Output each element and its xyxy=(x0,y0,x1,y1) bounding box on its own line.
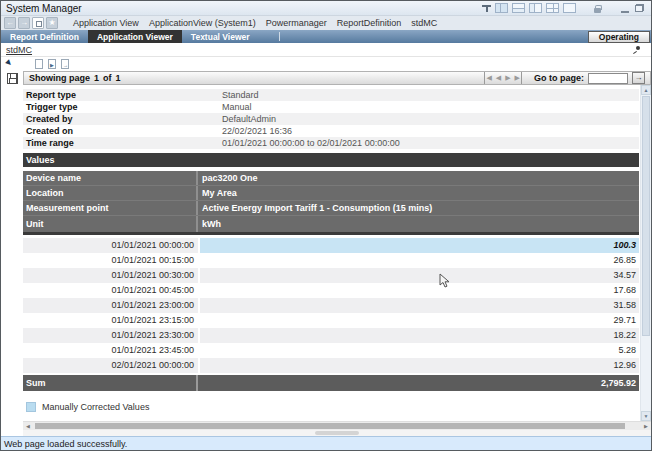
back-arrow-icon[interactable]: ← xyxy=(4,17,16,29)
table-row: 01/01/2021 00:00:00 100.3 xyxy=(23,238,639,253)
timestamp-cell: 01/01/2021 00:30:00 xyxy=(23,268,198,283)
tab-bar: Report Definition Application Viewer Tex… xyxy=(1,30,651,43)
breadcrumb-item-reportdefinition[interactable]: ReportDefinition xyxy=(337,18,402,28)
scroll-up-icon[interactable]: ▲ xyxy=(641,85,651,95)
report-info-row: Report type Standard xyxy=(23,89,639,101)
scroll-left-icon[interactable]: ◀ xyxy=(23,422,33,430)
main-region: Showing page 1 of 1 ◀ ◀ ▶ ▶ Go to page: … xyxy=(1,71,651,436)
operating-button[interactable]: Operating xyxy=(588,31,650,43)
tab-application-viewer[interactable]: Application Viewer xyxy=(88,30,182,43)
info-label: Time range xyxy=(23,138,222,148)
next-page-icon[interactable]: ▶ xyxy=(505,72,510,84)
breadcrumb-item-powermanager[interactable]: Powermanager xyxy=(266,18,327,28)
splitter-bar xyxy=(23,430,651,436)
breadcrumb-item-stdmc[interactable]: stdMC xyxy=(411,18,437,28)
info-value: Standard xyxy=(222,90,259,100)
meta-row: Device name pac3200 One xyxy=(23,171,639,186)
total-pages-number: 1 xyxy=(116,73,121,83)
meta-row: Location My Area xyxy=(23,186,639,201)
manually-corrected-swatch xyxy=(26,402,36,412)
timestamp-cell: 01/01/2021 00:15:00 xyxy=(23,253,198,268)
layout-bottom-panel-icon[interactable] xyxy=(512,3,525,13)
status-message: Web page loaded successfully. xyxy=(4,439,127,449)
meta-value: My Area xyxy=(198,186,237,200)
value-cell-manually-corrected[interactable]: 100.3 xyxy=(200,238,639,253)
toolbar-page-icons: ▶ → xyxy=(35,59,69,69)
table-row: 01/01/2021 00:45:00 17.68 xyxy=(23,283,639,298)
scroll-down-icon[interactable]: ▼ xyxy=(641,411,651,421)
document-title[interactable]: stdMC xyxy=(6,45,32,55)
page-export-glyph: → xyxy=(63,62,68,68)
lock-icon[interactable] xyxy=(594,8,601,13)
titlebar-controls xyxy=(482,3,646,13)
splitter-handle[interactable] xyxy=(315,431,359,435)
info-label: Created by xyxy=(23,114,222,124)
tab-report-definition[interactable]: Report Definition xyxy=(1,30,88,43)
vertical-scroll-track[interactable] xyxy=(641,95,651,411)
last-page-icon[interactable]: ▶ xyxy=(515,72,522,84)
horizontal-scroll-thumb[interactable] xyxy=(35,423,625,429)
restore-icon[interactable] xyxy=(635,4,644,12)
value-cell[interactable]: 29.71 xyxy=(200,313,639,328)
meta-value: pac3200 One xyxy=(198,171,258,185)
meta-label: Unit xyxy=(23,216,198,232)
tab-textual-viewer[interactable]: Textual Viewer xyxy=(182,30,259,43)
minimize-icon[interactable] xyxy=(621,11,629,13)
left-gutter xyxy=(1,71,23,436)
first-page-icon[interactable]: ◀ xyxy=(484,72,491,84)
meta-value: Active Energy Import Tariff 1 - Consumpt… xyxy=(198,201,432,215)
value-cell[interactable]: 31.58 xyxy=(200,298,639,313)
page-status: Showing page 1 of 1 xyxy=(29,73,121,83)
values-section-header: Values xyxy=(23,153,639,167)
breadcrumb-item-application-view[interactable]: Application View xyxy=(73,18,139,28)
forward-arrow-icon[interactable]: → xyxy=(18,17,30,29)
breadcrumb-item-applicationview-system1[interactable]: ApplicationView (System1) xyxy=(149,18,256,28)
showing-page-label: Showing page xyxy=(29,73,90,83)
layout-left-panel-icon[interactable] xyxy=(529,3,542,13)
page-next-glyph: ▶ xyxy=(50,62,54,68)
report-info-row: Created by DefaultAdmin xyxy=(23,113,639,125)
favorites-star-icon[interactable]: ★ xyxy=(46,17,58,29)
save-icon[interactable] xyxy=(7,73,18,84)
info-value: 01/01/2021 00:00:00 to 02/01/2021 00:00:… xyxy=(222,138,400,148)
table-row: 02/01/2021 00:00:00 12.96 xyxy=(23,358,639,373)
value-cell[interactable]: 5.28 xyxy=(200,343,639,358)
history-icon[interactable] xyxy=(32,17,44,29)
vertical-scrollbar[interactable]: ▲ ▼ xyxy=(640,85,651,421)
legend: Manually Corrected Values xyxy=(23,402,640,412)
info-value: DefaultAdmin xyxy=(222,114,276,124)
layout-grid-icon[interactable] xyxy=(546,3,559,13)
value-cell[interactable]: 17.68 xyxy=(200,283,639,298)
layout-split-vertical-icon[interactable] xyxy=(495,3,508,13)
value-cell[interactable]: 34.57 xyxy=(200,268,639,283)
value-cell[interactable]: 26.85 xyxy=(200,253,639,268)
goto-page-input[interactable] xyxy=(588,73,628,84)
page-icon[interactable] xyxy=(35,59,43,69)
goto-page-button[interactable]: → xyxy=(632,72,645,84)
value-cell[interactable]: 12.96 xyxy=(200,358,639,373)
timestamp-cell: 01/01/2021 00:00:00 xyxy=(23,238,198,253)
expand-icon[interactable]: ▶ xyxy=(4,58,15,69)
value-cell[interactable]: 18.22 xyxy=(200,328,639,343)
values-table: 01/01/2021 00:00:00 100.3 01/01/2021 00:… xyxy=(23,238,639,373)
report-info-row: Time range 01/01/2021 00:00:00 to 02/01/… xyxy=(23,137,639,149)
timestamp-cell: 01/01/2021 23:00:00 xyxy=(23,298,198,313)
current-page-number: 1 xyxy=(94,73,99,83)
horizontal-scrollbar[interactable]: ◀ ▶ xyxy=(23,421,651,430)
pin-icon[interactable] xyxy=(633,46,640,53)
page-next-icon[interactable]: ▶ xyxy=(48,59,56,69)
tab-separator xyxy=(279,32,280,41)
meta-label: Location xyxy=(23,186,198,200)
vertical-scroll-thumb[interactable] xyxy=(642,96,650,336)
breadcrumb: Application View ApplicationView (System… xyxy=(68,18,437,28)
meta-row: Unit kWh xyxy=(23,216,639,232)
report-viewport: Report type Standard Trigger type Manual… xyxy=(23,85,651,421)
info-value: 22/02/2021 16:36 xyxy=(222,126,292,136)
scroll-right-icon[interactable]: ▶ xyxy=(641,422,651,430)
horizontal-scroll-track[interactable] xyxy=(33,422,641,430)
legend-label: Manually Corrected Values xyxy=(42,402,149,412)
pin-layout-icon[interactable] xyxy=(482,4,491,13)
previous-page-icon[interactable]: ◀ xyxy=(496,72,501,84)
layout-single-icon[interactable] xyxy=(563,3,576,13)
page-export-icon[interactable]: → xyxy=(61,59,69,69)
